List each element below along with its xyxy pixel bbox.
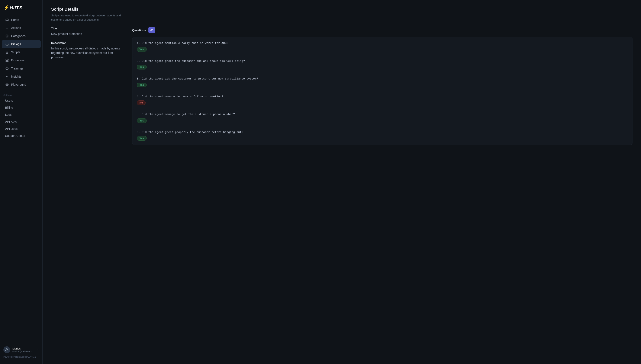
actions-icon xyxy=(5,26,9,30)
insights-icon xyxy=(5,74,9,78)
user-row[interactable]: Marios marios@helloworldpc.... ⌃ xyxy=(2,344,41,355)
svg-rect-13 xyxy=(6,60,7,62)
user-email: marios@helloworldpc.... xyxy=(12,350,35,353)
svg-point-17 xyxy=(7,84,8,85)
api-keys-label: API Keys xyxy=(5,120,18,124)
playground-icon xyxy=(5,83,9,86)
question-text: 5. Did the agent manage to get the custo… xyxy=(137,112,628,116)
description-field-label: Description xyxy=(51,41,124,44)
nav-item-home[interactable]: Home xyxy=(2,16,41,24)
svg-rect-16 xyxy=(6,84,8,86)
nav-item-actions[interactable]: Actions xyxy=(2,24,41,32)
svg-point-4 xyxy=(7,35,8,36)
answer-badge: Yes xyxy=(137,65,147,70)
questions-title: Questions xyxy=(132,28,146,32)
home-label: Home xyxy=(11,18,19,22)
api-docs-label: API Docs xyxy=(5,127,18,130)
svg-point-6 xyxy=(7,36,8,37)
support-label: Support Center xyxy=(5,134,25,138)
content-grid: Title New product promotion Description … xyxy=(51,27,632,357)
question-text: 1. Did the agent mention clearly that he… xyxy=(137,41,628,46)
extractors-label: Extractors xyxy=(11,58,25,62)
question-text: 4. Did the agent manage to book a follow… xyxy=(137,94,628,99)
question-item: 4. Did the agent manage to book a follow… xyxy=(133,91,631,109)
settings-section-label: Settings xyxy=(4,94,39,96)
logo-icon: ⚡ xyxy=(4,5,9,11)
edit-questions-button[interactable] xyxy=(148,27,155,33)
home-icon xyxy=(5,18,9,22)
chevron-down-icon: ⌃ xyxy=(37,348,39,351)
nav-item-scripts[interactable]: Scripts xyxy=(2,48,41,56)
nav-item-insights[interactable]: Insights xyxy=(2,73,41,80)
scripts-label: Scripts xyxy=(11,50,20,54)
description-field: Description In this script, we process a… xyxy=(51,41,124,60)
users-label: Users xyxy=(5,99,13,102)
dialogs-icon xyxy=(5,42,9,46)
answer-badge: Yes xyxy=(137,118,147,123)
dialogs-label: Dialogs xyxy=(11,42,21,46)
powered-by-text: Powered by HelloWorld PC, v4.3.1 xyxy=(2,355,41,358)
question-item: 5. Did the agent manage to get the custo… xyxy=(133,109,631,126)
logs-label: Logs xyxy=(5,113,12,116)
sidebar-bottom: Marios marios@helloworldpc.... ⌃ Powered… xyxy=(0,342,43,360)
insights-label: Insights xyxy=(11,75,21,78)
question-item: 1. Did the agent mention clearly that he… xyxy=(133,38,631,55)
categories-label: Categories xyxy=(11,34,26,38)
settings-item-billing[interactable]: Billing xyxy=(4,104,39,111)
question-item: 2. Did the agent greet the customer and … xyxy=(133,56,631,73)
right-column: Questions 1. Did the agent mention clear… xyxy=(132,27,632,357)
svg-point-3 xyxy=(6,35,7,36)
categories-icon xyxy=(5,34,9,38)
user-info: Marios marios@helloworldpc.... xyxy=(12,347,35,353)
trainings-label: Trainings xyxy=(11,67,23,70)
user-name: Marios xyxy=(12,347,35,350)
title-field: Title New product promotion xyxy=(51,27,124,36)
questions-list: 1. Did the agent mention clearly that he… xyxy=(132,37,632,145)
nav-item-dialogs[interactable]: Dialogs xyxy=(2,40,41,48)
actions-label: Actions xyxy=(11,26,21,30)
svg-rect-8 xyxy=(6,51,8,54)
answer-badge: No xyxy=(137,100,146,105)
svg-point-5 xyxy=(6,36,7,37)
settings-item-support[interactable]: Support Center xyxy=(4,132,39,139)
logo: ⚡ H//TS xyxy=(0,4,43,16)
description-field-value: In this script, we process all dialogs m… xyxy=(51,46,124,60)
sidebar: ⚡ H//TS Home Actions xyxy=(0,0,43,364)
settings-item-api-keys[interactable]: API Keys xyxy=(4,118,39,125)
question-item: 3. Did the agent ask the customer to pre… xyxy=(133,73,631,91)
page-description: Scripts are used to evaluate dialogs bet… xyxy=(51,14,124,22)
avatar xyxy=(4,346,10,353)
settings-item-api-docs[interactable]: API Docs xyxy=(4,125,39,132)
nav-item-playground[interactable]: Playground xyxy=(2,81,41,88)
svg-rect-12 xyxy=(7,59,8,60)
question-item: 6. Did the agent greet properly the cust… xyxy=(133,127,631,144)
nav-item-trainings[interactable]: Trainings xyxy=(2,64,41,72)
billing-label: Billing xyxy=(5,106,13,109)
svg-point-7 xyxy=(6,43,8,46)
svg-rect-14 xyxy=(7,60,8,62)
page-title: Script Details xyxy=(51,7,632,12)
settings-item-logs[interactable]: Logs xyxy=(4,111,39,118)
settings-item-users[interactable]: Users xyxy=(4,97,39,104)
answer-badge: Yes xyxy=(137,83,147,88)
svg-rect-11 xyxy=(6,59,7,60)
settings-section: Settings Users Billing Logs API Keys API… xyxy=(0,92,43,140)
title-field-value: New product promotion xyxy=(51,32,124,36)
title-field-label: Title xyxy=(51,27,124,30)
left-column: Title New product promotion Description … xyxy=(51,27,124,357)
question-text: 2. Did the agent greet the customer and … xyxy=(137,59,628,63)
question-text: 3. Did the agent ask the customer to pre… xyxy=(137,77,628,81)
logo-text: H//TS xyxy=(10,5,23,11)
questions-header: Questions xyxy=(132,27,632,33)
nav-item-categories[interactable]: Categories xyxy=(2,32,41,40)
playground-label: Playground xyxy=(11,83,26,86)
answer-badge: Yes xyxy=(137,136,147,141)
answer-badge: Yes xyxy=(137,47,147,52)
trainings-icon xyxy=(5,66,9,70)
scripts-icon xyxy=(5,50,9,54)
extractors-icon xyxy=(5,58,9,62)
script-details-header: Script Details Scripts are used to evalu… xyxy=(51,7,632,22)
main-content: Script Details Scripts are used to evalu… xyxy=(43,0,641,364)
question-text: 6. Did the agent greet properly the cust… xyxy=(137,130,628,134)
nav-item-extractors[interactable]: Extractors xyxy=(2,56,41,64)
